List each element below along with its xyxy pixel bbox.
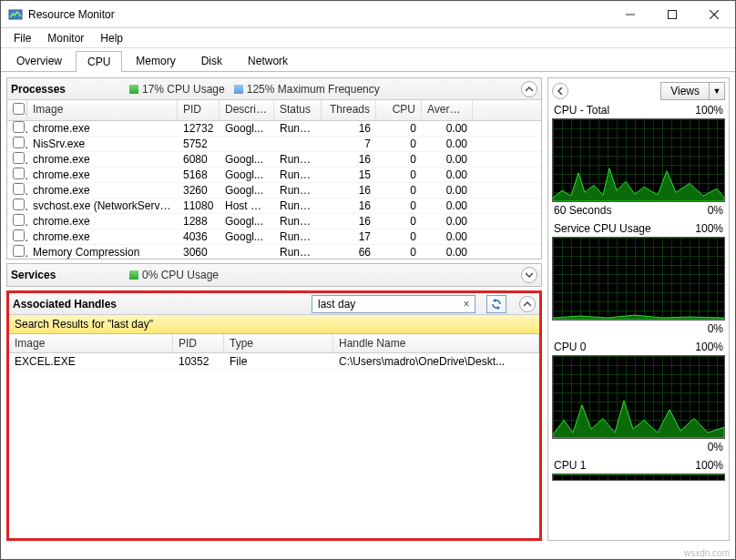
processes-body[interactable]: chrome.exe12732Googl...Runni...1600.00Ni…	[7, 121, 541, 259]
col-checkbox[interactable]	[7, 100, 27, 120]
cell-cpu: 0	[376, 243, 422, 259]
cell-status: Runni...	[274, 243, 322, 259]
row-checkbox[interactable]	[13, 168, 25, 179]
square-green-icon	[129, 270, 138, 280]
col-avg[interactable]: Averag...	[422, 100, 473, 120]
hcol-pid[interactable]: PID	[173, 334, 224, 352]
handles-header-row: Image PID Type Handle Name	[9, 334, 539, 353]
cell-status: Runni...	[274, 121, 322, 137]
graph-title: CPU - Total	[554, 104, 609, 117]
graph-canvas	[552, 473, 725, 481]
processes-title: Processes	[11, 83, 120, 96]
tab-network[interactable]: Network	[236, 50, 300, 71]
cpu-usage-stat: 17% CPU Usage	[129, 83, 225, 96]
col-image[interactable]: Image	[27, 100, 178, 120]
graphs-sidebar: Views ▼ CPU - Total100%60 Seconds0%Servi…	[547, 77, 730, 541]
row-checkbox[interactable]	[13, 245, 25, 257]
processes-panel: Processes 17% CPU Usage 125% Maximum Fre…	[6, 77, 542, 260]
graph-block: CPU - Total100%60 Seconds0%	[552, 104, 725, 217]
clear-search-icon[interactable]: ×	[460, 298, 473, 311]
tab-overview[interactable]: Overview	[5, 50, 74, 71]
table-row[interactable]: Memory Compression3060Runni...6600.00	[7, 245, 541, 259]
close-button[interactable]	[693, 1, 735, 28]
cell-image: EXCEL.EXE	[9, 353, 173, 371]
views-button[interactable]: Views ▼	[660, 82, 725, 100]
graph-block: CPU 1100%	[552, 459, 725, 481]
col-pid[interactable]: PID	[178, 100, 220, 120]
graph-max: 100%	[695, 104, 723, 117]
menu-monitor[interactable]: Monitor	[40, 30, 91, 46]
col-status[interactable]: Status	[274, 100, 322, 120]
svg-rect-2	[669, 10, 677, 18]
row-checkbox[interactable]	[13, 229, 25, 241]
menu-help[interactable]: Help	[93, 30, 130, 46]
tab-cpu[interactable]: CPU	[76, 51, 122, 72]
processes-header-row: Image PID Descrip... Status Threads CPU …	[7, 100, 541, 121]
window-controls	[609, 1, 735, 28]
services-panel: Services 0% CPU Usage	[6, 263, 542, 287]
cell-pid: 10352	[173, 353, 224, 371]
col-threads[interactable]: Threads	[322, 100, 376, 120]
hcol-type[interactable]: Type	[224, 334, 333, 352]
views-dropdown-icon[interactable]: ▼	[710, 83, 724, 99]
cell-type: File	[224, 353, 333, 371]
services-expand-button[interactable]	[521, 267, 537, 283]
graph-title: CPU 0	[554, 341, 586, 353]
graph-canvas	[552, 355, 725, 439]
row-checkbox[interactable]	[13, 183, 25, 195]
associated-handles-panel: Associated Handles × Search Results for …	[6, 290, 542, 541]
hcol-image[interactable]: Image	[9, 334, 173, 352]
tab-strip: Overview CPU Memory Disk Network	[1, 48, 735, 72]
processes-collapse-button[interactable]	[521, 81, 537, 97]
graph-max: 100%	[695, 341, 723, 353]
refresh-search-button[interactable]	[486, 295, 506, 313]
cell-name: C:\Users\madro\OneDrive\Deskt...	[333, 353, 539, 371]
select-all-checkbox[interactable]	[13, 103, 25, 115]
square-blue-icon	[234, 85, 243, 94]
handles-search-input[interactable]	[314, 298, 460, 311]
cell-pid: 3060	[178, 243, 220, 259]
tab-disk[interactable]: Disk	[189, 50, 234, 71]
title-bar: Resource Monitor	[1, 1, 735, 28]
window-title: Resource Monitor	[28, 8, 609, 21]
app-icon	[8, 7, 23, 22]
max-freq-stat: 125% Maximum Frequency	[234, 83, 380, 96]
handles-collapse-button[interactable]	[519, 296, 536, 312]
graph-block: Service CPU Usage100%0%	[552, 222, 725, 335]
graph-canvas	[552, 237, 725, 321]
menu-file[interactable]: File	[6, 30, 38, 46]
table-row[interactable]: EXCEL.EXE10352FileC:\Users\madro\OneDriv…	[9, 353, 539, 370]
handles-title: Associated Handles	[13, 298, 122, 311]
col-cpu[interactable]: CPU	[376, 100, 422, 120]
cell-avg: 0.00	[422, 243, 473, 259]
graph-title: CPU 1	[554, 459, 586, 472]
minimize-button[interactable]	[609, 1, 651, 28]
row-checkbox[interactable]	[13, 121, 25, 133]
row-checkbox[interactable]	[13, 152, 25, 164]
tab-memory[interactable]: Memory	[124, 50, 187, 71]
cell-desc	[220, 141, 274, 147]
graph-title: Service CPU Usage	[554, 222, 651, 235]
graph-max: 100%	[695, 459, 723, 472]
row-checkbox[interactable]	[13, 137, 25, 148]
handles-search-box: ×	[312, 295, 475, 313]
services-cpu-stat: 0% CPU Usage	[129, 269, 219, 281]
graph-foot-right: 0%	[708, 441, 723, 453]
cell-image: Memory Compression	[27, 243, 178, 259]
search-results-label: Search Results for "last day"	[9, 315, 539, 334]
menu-bar: File Monitor Help	[1, 28, 735, 48]
row-checkbox[interactable]	[13, 214, 25, 226]
cell-desc: Googl...	[220, 228, 274, 246]
handles-body[interactable]: EXCEL.EXE10352FileC:\Users\madro\OneDriv…	[9, 353, 539, 538]
row-checkbox[interactable]	[13, 199, 25, 210]
col-desc[interactable]: Descrip...	[220, 100, 274, 120]
cell-threads: 66	[322, 243, 376, 259]
views-label: Views	[661, 83, 710, 99]
cell-desc: Googl...	[220, 121, 274, 137]
maximize-button[interactable]	[651, 1, 693, 28]
graph-max: 100%	[695, 222, 723, 235]
graph-block: CPU 0100%0%	[552, 341, 725, 453]
sidebar-expand-button[interactable]	[552, 83, 568, 99]
hcol-name[interactable]: Handle Name	[333, 334, 539, 352]
cell-status	[274, 141, 322, 147]
